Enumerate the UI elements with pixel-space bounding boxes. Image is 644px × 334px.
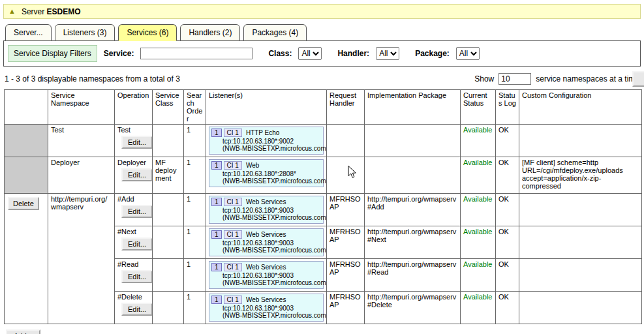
- table-header-row: Service Namespace Operation Service Clas…: [5, 90, 642, 125]
- operation-cell: #Read Edit...: [115, 259, 153, 292]
- status-badge: Available: [463, 126, 492, 134]
- col-actions: [5, 90, 48, 125]
- listener-box: 1 CI 1 Web Services tcp:10.120.63.180*:9…: [209, 294, 324, 322]
- edit-button[interactable]: Edit...: [121, 168, 153, 181]
- pagination-row: 1 - 3 of 3 displayable namespaces from a…: [5, 73, 639, 85]
- edit-button[interactable]: Edit...: [121, 270, 153, 283]
- current-status-cell: Available: [461, 226, 496, 259]
- listener-address: tcp:10.120.63.180*:9003: [222, 272, 321, 279]
- collapse-triangle-icon[interactable]: ▲: [8, 8, 16, 15]
- col-service-class: Service Class: [153, 90, 184, 125]
- operation-name: #Add: [117, 195, 149, 203]
- listener-box: 1 CI 1 Web Services tcp:10.120.63.180*:9…: [209, 228, 324, 256]
- refresh-button-partial[interactable]: [632, 71, 644, 87]
- filter-panel: Service Display Filters Service: Class: …: [3, 40, 641, 67]
- operation-cell: #Delete Edit...: [115, 292, 153, 324]
- listener-name: Web Services: [244, 198, 286, 205]
- service-class-cell: [153, 259, 184, 292]
- tab-bar: Server... Listeners (3) Services (6) Han…: [5, 24, 641, 41]
- status-badge: Available: [463, 159, 492, 166]
- listener-ci-badge: CI 1: [224, 296, 242, 304]
- custom-config-cell: [519, 125, 642, 157]
- listener-address: tcp:10.120.63.180*:9003: [222, 239, 321, 247]
- show-count-input[interactable]: [498, 73, 531, 85]
- search-order-cell: 1: [184, 292, 206, 324]
- edit-button[interactable]: Edit...: [121, 303, 153, 316]
- impl-package-cell: http://tempuri.org/wmapserv#Delete: [365, 292, 461, 324]
- service-class-cell: [153, 125, 184, 157]
- filter-panel-title: Service Display Filters: [8, 45, 97, 62]
- listener-index: 1: [211, 129, 222, 137]
- actions-cell: [5, 125, 48, 157]
- listeners-cell: 1 CI 1 Web Services tcp:10.120.63.180*:9…: [206, 292, 327, 324]
- service-filter-input[interactable]: [140, 48, 253, 59]
- tab-handlers[interactable]: Handlers (2): [180, 24, 240, 41]
- col-service-namespace: Service Namespace: [48, 90, 115, 125]
- namespace-cell: Test: [48, 125, 115, 157]
- tab-packages[interactable]: Packages (4): [243, 24, 307, 41]
- status-log-cell: OK: [496, 259, 519, 292]
- status-log-cell: OK: [496, 194, 519, 226]
- handler-filter-select[interactable]: All: [376, 47, 399, 60]
- current-status-cell: Available: [461, 292, 496, 324]
- request-handler-cell: [327, 125, 365, 157]
- package-filter-select[interactable]: All: [456, 47, 480, 60]
- status-log-cell: OK: [496, 157, 519, 194]
- delete-button[interactable]: Delete: [8, 197, 39, 210]
- listener-name: Web: [244, 162, 259, 169]
- table-row: Delete http://tempuri.org/wmapserv #Add …: [5, 194, 642, 226]
- operation-cell: #Next Edit...: [115, 226, 153, 259]
- status-log-cell: OK: [496, 292, 519, 324]
- search-order-cell: 1: [184, 226, 206, 259]
- server-label: Server ESDEMO: [22, 7, 81, 16]
- edit-button[interactable]: Edit...: [121, 136, 153, 149]
- class-filter-select[interactable]: All: [298, 47, 322, 60]
- operation-name: Deployer: [117, 159, 149, 166]
- table-row: Test Test Edit... 1 1 CI 1 HTTP Echo tcp…: [5, 125, 642, 157]
- operation-name: #Next: [117, 228, 149, 235]
- custom-config-cell: [519, 292, 642, 324]
- show-suffix: service namespaces at a time: [536, 74, 639, 84]
- service-filter-label: Service:: [104, 49, 134, 58]
- results-summary: 1 - 3 of 3 displayable namespaces from a…: [5, 74, 180, 84]
- request-handler-cell: MFRHSOAP: [327, 292, 365, 324]
- listener-name: Web Services: [244, 264, 286, 271]
- listener-index: 1: [211, 263, 222, 271]
- edit-button[interactable]: Edit...: [121, 237, 153, 250]
- listeners-cell: 1 CI 1 Web tcp:10.120.63.180*:2808* (NWB…: [206, 157, 327, 194]
- search-order-cell: 1: [184, 259, 206, 292]
- operation-cell: Deployer Edit...: [115, 157, 153, 194]
- operation-name: #Delete: [117, 293, 149, 301]
- operation-name: #Read: [117, 260, 149, 268]
- listener-ci-badge: CI 1: [224, 161, 242, 170]
- operation-name: Test: [117, 126, 149, 134]
- edit-button[interactable]: Edit...: [121, 205, 153, 218]
- class-filter-label: Class:: [268, 49, 292, 58]
- impl-package-cell: [365, 125, 461, 157]
- listener-ci-badge: CI 1: [224, 230, 242, 239]
- status-log-cell: OK: [496, 125, 519, 157]
- listener-ci-badge: CI 1: [224, 198, 242, 206]
- custom-config-cell: [MF client] scheme=http URL=/cgi/mfdeplo…: [519, 157, 642, 194]
- tab-listeners[interactable]: Listeners (3): [55, 24, 115, 41]
- handler-filter-label: Handler:: [337, 49, 369, 58]
- request-handler-cell: [327, 157, 365, 194]
- add-button[interactable]: Add...: [6, 329, 40, 334]
- operation-cell: Test Edit...: [115, 125, 153, 157]
- col-listeners: Listener(s): [206, 90, 327, 125]
- listeners-cell: 1 CI 1 HTTP Echo tcp:10.120.63.180*:9002…: [206, 125, 327, 157]
- listener-index: 1: [211, 198, 222, 206]
- service-class-cell: [153, 292, 184, 324]
- current-status-cell: Available: [461, 157, 496, 194]
- listener-box: 1 CI 1 HTTP Echo tcp:10.120.63.180*:9002…: [209, 127, 324, 155]
- tab-server[interactable]: Server...: [5, 24, 52, 41]
- listeners-cell: 1 CI 1 Web Services tcp:10.120.63.180*:9…: [206, 226, 327, 259]
- impl-package-cell: http://tempuri.org/wmapserv#Add: [365, 194, 461, 226]
- listener-ci-badge: CI 1: [224, 129, 242, 137]
- col-operation: Operation: [115, 90, 153, 125]
- impl-package-cell: http://tempuri.org/wmapserv#Next: [365, 226, 461, 259]
- request-handler-cell: MFRHSOAP: [327, 194, 365, 226]
- tab-services[interactable]: Services (6): [118, 24, 177, 41]
- listener-host: (NWB-MBISSETXP.microfocus.com): [222, 312, 321, 319]
- server-titlebar: ▲ Server ESDEMO: [3, 4, 641, 19]
